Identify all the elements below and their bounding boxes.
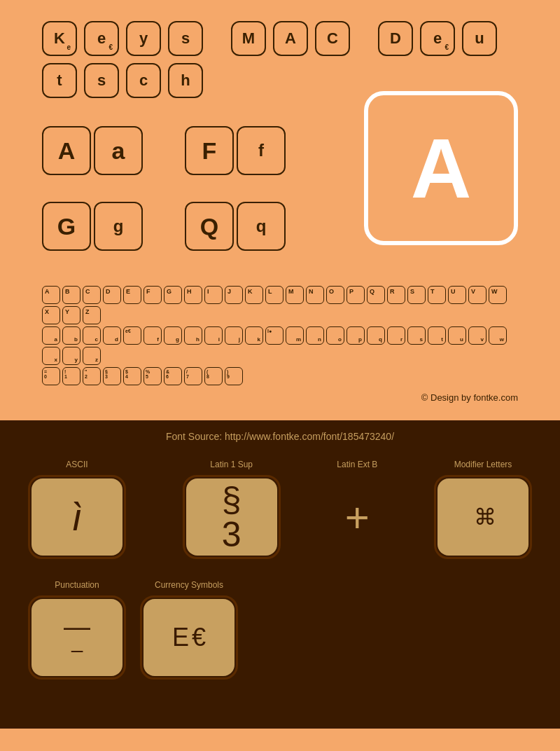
char-j: j [225, 326, 243, 345]
title-key-A: A [273, 21, 308, 56]
title-key-K: Ke [42, 21, 77, 56]
char-excl1: !1 [62, 367, 80, 385]
preview-key-G-lower: g [94, 202, 143, 251]
char-slash7: /7 [184, 367, 202, 385]
preview-key-F-lower: f [237, 126, 286, 175]
currency-glyph: E € [144, 599, 234, 676]
char-G: G [164, 286, 182, 304]
large-key-preview: A [364, 91, 518, 245]
char-m: m [286, 326, 304, 345]
preview-area: A a F f [42, 126, 518, 272]
char-f: f [144, 326, 162, 345]
modifier-column: Modifier Letters ⌘ [434, 460, 532, 559]
char-H: H [184, 286, 202, 304]
latin-extb-glyph: + [345, 475, 370, 559]
char-a: a [42, 326, 60, 345]
ascii-label: ASCII [66, 460, 88, 469]
char-s: s [407, 326, 426, 345]
title-key-h: h [168, 63, 203, 98]
title-key-D: D [378, 21, 413, 56]
char-A: A [42, 286, 60, 304]
char-C: C [83, 286, 101, 304]
preview-group-Q: Q q [185, 202, 286, 251]
title-key-e: e€ [84, 21, 119, 56]
char-S: S [407, 286, 426, 304]
char-g: g [164, 326, 182, 345]
title-key-C: C [315, 21, 350, 56]
currency-column: Currency Symbols E € [140, 580, 238, 680]
preview-group-G: G g [42, 202, 143, 251]
char-dollar4: $4 [123, 367, 141, 385]
char-y: y [62, 347, 80, 365]
preview-key-G-upper: G [42, 202, 91, 251]
char-X: X [42, 306, 60, 324]
preview-key-Q-upper: Q [185, 202, 234, 251]
latin1-column: Latin 1 Sup § 3 [183, 460, 281, 559]
punctuation-column: Punctuation — – [28, 580, 126, 680]
char-map: A B C D E F G H I J K L M N O P Q R S T … [42, 286, 518, 385]
title-key-y: y [126, 21, 161, 56]
char-rpar9: )9 [225, 367, 243, 385]
char-V: V [468, 286, 486, 304]
char-F: F [144, 286, 162, 304]
latin1-glyph: § 3 [186, 478, 277, 556]
copyright-text: © Design by fontke.com [42, 392, 518, 406]
char-u: u [448, 326, 466, 345]
char-Q: Q [367, 286, 385, 304]
char-I: I [204, 286, 223, 304]
punctuation-label: Punctuation [55, 580, 99, 590]
large-char: A [411, 120, 472, 216]
punctuation-box: — – [28, 595, 126, 680]
char-Z: Z [83, 306, 101, 324]
title-key-c: c [126, 63, 161, 98]
char-W: W [489, 286, 507, 304]
char-d: d [103, 326, 121, 345]
char-J: J [225, 286, 243, 304]
char-v: v [468, 326, 486, 345]
preview-key-A-upper: A [42, 126, 91, 175]
char-quot2: "2 [83, 367, 101, 385]
title-key-eu: e€ [420, 21, 455, 56]
title-key-u: u [462, 21, 497, 56]
char-x: x [42, 347, 60, 365]
char-K: K [245, 286, 263, 304]
currency-label: Currency Symbols [155, 580, 223, 590]
char-T: T [428, 286, 446, 304]
char-L: L [265, 286, 284, 304]
char-z: z [83, 347, 101, 365]
ascii-box: ì [28, 475, 126, 559]
char-eq0: =0 [42, 367, 60, 385]
modifier-glyph: ⌘ [438, 478, 528, 556]
char-R: R [387, 286, 405, 304]
latin-extb-column: Latin Ext B + [337, 460, 377, 559]
char-amp6: &6 [164, 367, 182, 385]
preview-key-A-lower: a [94, 126, 143, 175]
char-b: b [62, 326, 80, 345]
char-Y: Y [62, 306, 80, 324]
char-q: q [367, 326, 385, 345]
title-key-s: s [168, 21, 203, 56]
glyph-row-2: Punctuation — – Currency Symbols E € [28, 580, 532, 680]
preview-key-F-upper: F [185, 126, 234, 175]
char-sect3: §3 [103, 367, 121, 385]
char-n: n [306, 326, 324, 345]
glyph-row-1: ASCII ì Latin 1 Sup § 3 Latin Ext B + Mo… [28, 460, 532, 559]
preview-row-1: A a F f [42, 126, 328, 175]
punctuation-glyph: — – [31, 599, 122, 676]
char-t: t [428, 326, 446, 345]
preview-group-A: A a [42, 126, 143, 175]
char-row-lower: a b c d e€ f g h i j k l● m n o p q r s … [42, 326, 518, 365]
char-c: c [83, 326, 101, 345]
char-p: p [346, 326, 365, 345]
font-source: Font Source: http://www.fontke.com/font/… [28, 431, 532, 442]
preview-key-Q-lower: q [237, 202, 286, 251]
latin1-box: § 3 [183, 475, 281, 559]
char-D: D [103, 286, 121, 304]
modifier-box: ⌘ [434, 475, 532, 559]
bottom-section: Font Source: http://www.fontke.com/font/… [0, 420, 560, 729]
title-row: Ke e€ y s M A C D e€ u t s c h [42, 21, 518, 98]
latin-extb-label: Latin Ext B [337, 460, 377, 469]
preview-row-2: G g Q q [42, 202, 328, 251]
char-l-dot: l● [265, 326, 284, 345]
char-E: E [123, 286, 141, 304]
